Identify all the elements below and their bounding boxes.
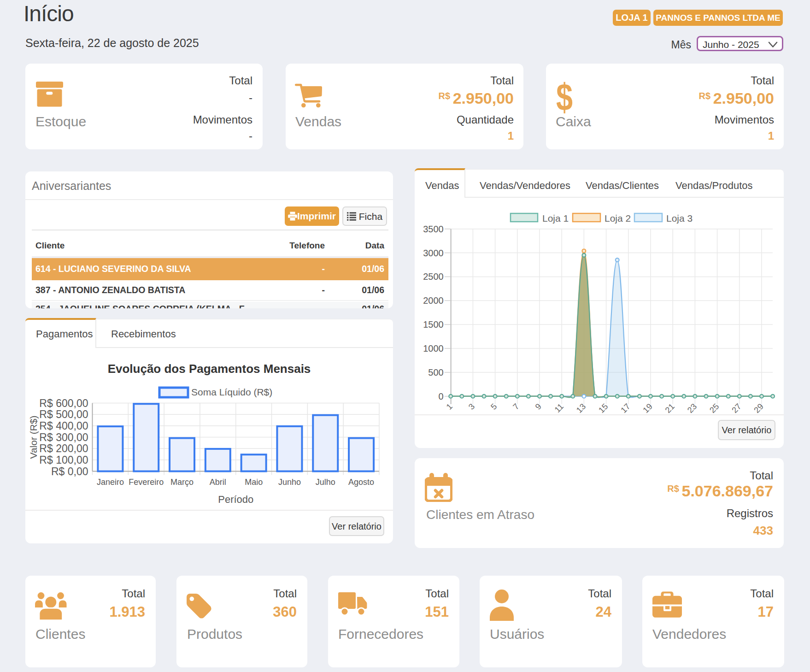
svg-text:Loja 2: Loja 2 xyxy=(605,213,631,224)
svg-text:1500: 1500 xyxy=(423,319,444,330)
svg-text:Evolução dos Pagamentos Mensai: Evolução dos Pagamentos Mensais xyxy=(108,362,311,376)
svg-text:2000: 2000 xyxy=(423,295,444,306)
svg-text:21: 21 xyxy=(663,402,676,415)
svg-text:Soma Líquido (R$): Soma Líquido (R$) xyxy=(191,387,272,397)
svg-text:Fevereiro: Fevereiro xyxy=(129,477,164,487)
svg-text:Junho: Junho xyxy=(278,477,301,487)
svg-text:R$ 100,00: R$ 100,00 xyxy=(39,454,88,466)
svg-text:R$ 600,00: R$ 600,00 xyxy=(39,397,88,409)
svg-text:1000: 1000 xyxy=(423,343,444,354)
svg-text:9: 9 xyxy=(534,402,543,412)
svg-text:R$ 200,00: R$ 200,00 xyxy=(39,442,88,454)
svg-text:Agosto: Agosto xyxy=(348,477,374,487)
svg-text:Março: Março xyxy=(170,477,194,487)
svg-text:R$ 400,00: R$ 400,00 xyxy=(39,420,88,432)
svg-text:13: 13 xyxy=(575,402,587,415)
svg-text:Período: Período xyxy=(218,494,253,505)
svg-text:19: 19 xyxy=(641,402,654,415)
svg-text:Valor (R$): Valor (R$) xyxy=(28,415,39,459)
svg-text:3500: 3500 xyxy=(423,224,444,234)
svg-text:29: 29 xyxy=(752,402,765,415)
svg-text:Loja 1: Loja 1 xyxy=(542,213,569,224)
svg-text:Julho: Julho xyxy=(316,477,335,487)
svg-text:Janeiro: Janeiro xyxy=(97,477,124,487)
svg-text:3000: 3000 xyxy=(423,248,444,258)
svg-text:7: 7 xyxy=(511,402,521,412)
svg-text:11: 11 xyxy=(553,402,565,414)
svg-text:Loja 3: Loja 3 xyxy=(666,213,693,224)
svg-text:3: 3 xyxy=(467,402,476,412)
svg-text:Abril: Abril xyxy=(210,477,226,487)
svg-text:25: 25 xyxy=(708,402,721,415)
svg-text:0: 0 xyxy=(439,391,444,401)
svg-text:2500: 2500 xyxy=(423,271,444,282)
svg-text:Maio: Maio xyxy=(245,477,263,487)
svg-text:R$ 300,00: R$ 300,00 xyxy=(39,431,88,443)
svg-text:15: 15 xyxy=(597,402,610,415)
svg-text:R$ 0,00: R$ 0,00 xyxy=(51,466,88,477)
svg-text:27: 27 xyxy=(730,402,743,415)
svg-text:1: 1 xyxy=(445,402,454,412)
svg-text:500: 500 xyxy=(428,367,443,377)
svg-text:17: 17 xyxy=(619,402,632,415)
svg-text:23: 23 xyxy=(686,402,698,415)
svg-text:R$ 500,00: R$ 500,00 xyxy=(39,408,88,420)
svg-text:5: 5 xyxy=(489,402,499,412)
